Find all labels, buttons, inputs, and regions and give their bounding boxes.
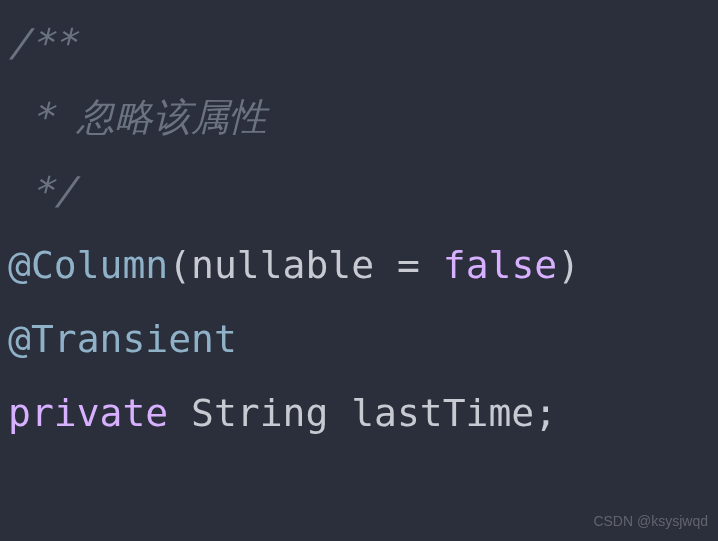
comment-line: */ — [8, 169, 77, 213]
equals-operator: = — [397, 243, 420, 287]
annotation-name: Column — [31, 243, 168, 287]
rparen: ) — [557, 243, 580, 287]
type-name: String — [191, 391, 328, 435]
annotation-name: Transient — [31, 317, 237, 361]
code-block: /** * 忽略该属性 */ @Column(nullable = false)… — [8, 6, 710, 451]
annotation-param: nullable — [191, 243, 374, 287]
annotation-column: @Column(nullable = false) — [8, 243, 580, 287]
watermark-text: CSDN @ksysjwqd — [593, 508, 708, 535]
annotation-transient: @Transient — [8, 317, 237, 361]
boolean-literal: false — [443, 243, 557, 287]
modifier-keyword: private — [8, 391, 168, 435]
at-sign-icon: @ — [8, 243, 31, 287]
lparen: ( — [168, 243, 191, 287]
field-name: lastTime — [351, 391, 534, 435]
field-declaration: private String lastTime; — [8, 391, 557, 435]
at-sign-icon: @ — [8, 317, 31, 361]
semicolon: ; — [534, 391, 557, 435]
comment-line: /** — [8, 21, 77, 65]
comment-line: * 忽略该属性 — [8, 95, 267, 139]
